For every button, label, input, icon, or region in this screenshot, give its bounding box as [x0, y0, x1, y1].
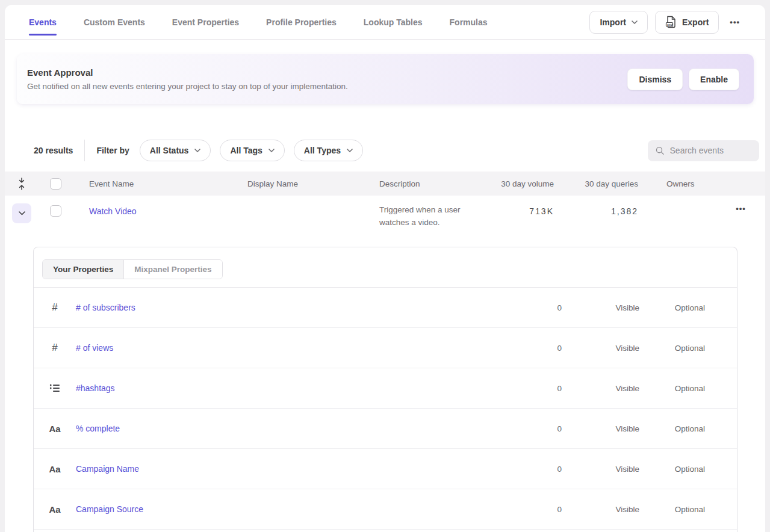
property-visibility: Visible [562, 303, 639, 312]
status-filter-dropdown[interactable]: All Status [140, 140, 211, 161]
property-requirement: Optional [639, 465, 705, 474]
col-owners: Owners [638, 179, 716, 188]
properties-tabs-bar: Your Properties Mixpanel Properties [34, 247, 737, 288]
owners-cell [638, 196, 716, 206]
properties-tab-control: Your Properties Mixpanel Properties [42, 259, 223, 279]
property-name-link[interactable]: # of views [76, 343, 113, 353]
tags-filter-dropdown[interactable]: All Tags [220, 140, 284, 161]
property-visibility: Visible [562, 424, 639, 433]
tab-event-properties[interactable]: Event Properties [172, 14, 239, 31]
property-row: # # of subscribers 0 Visible Optional [34, 288, 737, 328]
property-requirement: Optional [639, 303, 705, 312]
lexicon-page: Events Custom Events Event Properties Pr… [0, 0, 770, 532]
number-type-icon: # [52, 342, 57, 354]
chevron-down-icon [347, 149, 353, 152]
chevron-down-icon [632, 20, 638, 24]
property-value: 0 [489, 465, 562, 474]
property-name-link[interactable]: Campaign Name [76, 464, 139, 474]
row-more-button[interactable]: ••• [732, 204, 750, 213]
col-event-name: Event Name [72, 179, 247, 188]
property-value: 0 [489, 344, 562, 353]
col-30-day-volume: 30 day volume [488, 179, 554, 188]
property-visibility: Visible [562, 344, 639, 353]
import-button-label: Import [600, 17, 626, 27]
tab-profile-properties[interactable]: Profile Properties [266, 14, 337, 31]
dismiss-button[interactable]: Dismiss [627, 69, 683, 90]
property-name-link[interactable]: % complete [76, 424, 120, 433]
col-description: Description [379, 179, 488, 188]
property-visibility: Visible [562, 384, 639, 393]
import-button[interactable]: Import [589, 11, 648, 34]
tab-formulas[interactable]: Formulas [450, 14, 488, 31]
chevron-down-icon [19, 211, 25, 215]
property-name-link[interactable]: #hashtags [76, 383, 115, 393]
chevron-down-icon [194, 149, 200, 152]
property-requirement: Optional [639, 384, 705, 393]
property-name-link[interactable]: # of subscribers [76, 303, 135, 312]
text-type-icon: Aa [49, 504, 60, 515]
active-tab-underline [29, 34, 57, 36]
collapse-row-button[interactable] [12, 203, 31, 223]
row-checkbox[interactable] [50, 205, 61, 217]
more-menu-button[interactable]: ••• [726, 17, 744, 26]
display-name-cell [247, 196, 379, 206]
banner-actions: Dismiss Enable [627, 69, 739, 90]
property-row: Aa Campaign Source 0 Visible Optional [34, 489, 737, 530]
property-value: 0 [489, 505, 562, 514]
collapse-all-cell[interactable] [5, 178, 39, 190]
csv-file-icon: csv [665, 16, 677, 28]
queries-cell: 1,382 [611, 206, 638, 216]
ellipsis-icon: ••• [736, 204, 746, 213]
nav-actions: Import csv Export ••• [589, 11, 744, 34]
tab-custom-events[interactable]: Custom Events [84, 14, 145, 31]
text-type-icon: Aa [49, 424, 60, 434]
table-row: Watch Video Triggered when a user watche… [5, 196, 765, 238]
property-name-link[interactable]: Campaign Source [76, 504, 143, 514]
search-events-input[interactable] [670, 146, 753, 155]
volume-cell: 713K [529, 206, 554, 216]
event-approval-banner: Event Approval Get notified on all new e… [17, 54, 754, 104]
property-value: 0 [489, 303, 562, 312]
divider [84, 140, 85, 161]
property-visibility: Visible [562, 505, 639, 514]
filter-bar: 20 results Filter by All Status All Tags… [5, 140, 765, 161]
export-button-label: Export [682, 17, 709, 27]
tab-mixpanel-properties[interactable]: Mixpanel Properties [123, 260, 222, 279]
types-filter-dropdown[interactable]: All Types [294, 140, 363, 161]
svg-text:csv: csv [667, 23, 672, 26]
banner-subtitle: Get notified on all new events entering … [27, 82, 348, 91]
event-name-link[interactable]: Watch Video [89, 206, 137, 216]
tab-events[interactable]: Events [29, 14, 57, 31]
description-cell: Triggered when a user watches a video. [379, 196, 488, 229]
number-type-icon: # [52, 302, 57, 314]
collapse-rows-icon [17, 178, 26, 190]
property-visibility: Visible [562, 465, 639, 474]
properties-panel: Your Properties Mixpanel Properties # # … [33, 247, 737, 532]
events-table-header: Event Name Display Name Description 30 d… [5, 172, 765, 196]
property-requirement: Optional [639, 344, 705, 353]
tab-your-properties[interactable]: Your Properties [43, 260, 123, 279]
search-events-box[interactable] [648, 140, 759, 161]
ellipsis-icon: ••• [730, 17, 740, 26]
content-card: Events Custom Events Event Properties Pr… [5, 5, 765, 532]
search-icon [656, 146, 665, 156]
tab-lookup-tables[interactable]: Lookup Tables [364, 14, 423, 31]
nav-tabs: Events Custom Events Event Properties Pr… [29, 14, 488, 31]
select-all-checkbox[interactable] [50, 178, 61, 190]
property-row: #hashtags 0 Visible Optional [34, 368, 737, 409]
list-type-icon [49, 383, 60, 393]
enable-button[interactable]: Enable [689, 69, 739, 90]
results-count: 20 results [34, 146, 73, 155]
col-display-name: Display Name [247, 179, 379, 188]
filter-by-label: Filter by [96, 146, 129, 155]
col-30-day-queries: 30 day queries [554, 179, 638, 188]
export-button[interactable]: csv Export [655, 11, 719, 34]
text-type-icon: Aa [49, 464, 60, 474]
property-row: Aa % complete 0 Visible Optional [34, 409, 737, 449]
banner-text: Event Approval Get notified on all new e… [27, 67, 348, 91]
chevron-down-icon [269, 149, 275, 152]
property-requirement: Optional [639, 424, 705, 433]
tab-events-label: Events [29, 17, 57, 27]
banner-title: Event Approval [27, 67, 348, 78]
property-row: Aa Campaign Name 0 Visible Optional [34, 449, 737, 489]
